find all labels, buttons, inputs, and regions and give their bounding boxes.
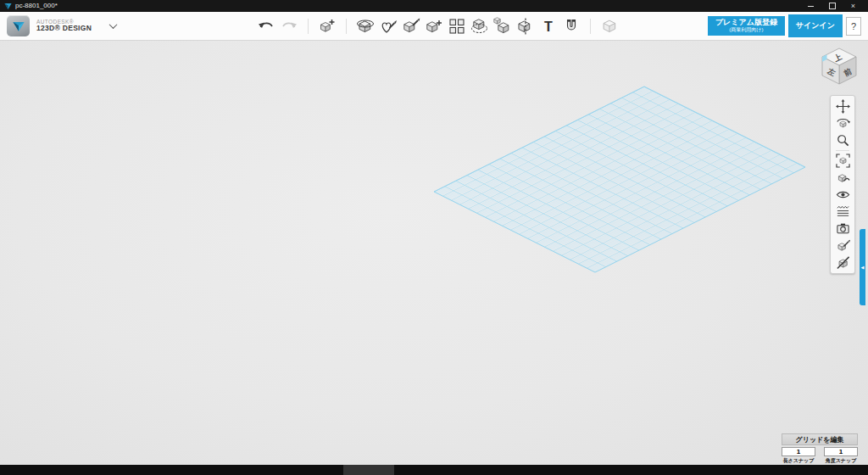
primitives-tool-button[interactable] — [355, 16, 376, 36]
signin-button[interactable]: サインイン — [788, 14, 843, 37]
visual-style-icon — [836, 238, 850, 253]
visual-style-button[interactable] — [833, 238, 852, 254]
grid-settings-panel: グリッドを編集 長さスナップ 角度スナップ — [782, 433, 858, 465]
close-icon: × — [851, 2, 855, 10]
material-icon — [600, 17, 619, 36]
nav-separator — [836, 150, 849, 151]
construct-icon — [402, 17, 420, 36]
undo-button[interactable] — [256, 16, 276, 36]
sketch-tool-button[interactable] — [378, 16, 398, 36]
ground-grid — [434, 87, 805, 272]
view-mode-icon — [836, 170, 850, 185]
material-browser-icon — [836, 204, 850, 219]
angle-snap-input[interactable] — [824, 447, 858, 456]
menubar: AUTODESK® 123D® DESIGN T プレミアム版登録 (商業利用向… — [0, 12, 868, 41]
account-area: プレミアム版登録 (商業利用向け) サインイン ? — [708, 14, 861, 37]
snap-icon — [562, 17, 581, 36]
view-cube[interactable]: 上 左 前 — [815, 43, 864, 94]
text-icon: T — [539, 17, 558, 36]
orbit-button[interactable] — [833, 115, 852, 131]
combine-icon — [493, 17, 512, 36]
length-snap-input[interactable] — [782, 447, 815, 456]
navigation-toolbar — [830, 95, 855, 274]
text-tool-button[interactable]: T — [538, 16, 559, 36]
window-title: pc-8801_000* — [15, 0, 58, 12]
combine-tool-button[interactable] — [492, 16, 513, 36]
group-tool-button[interactable] — [470, 16, 490, 36]
pattern-tool-button[interactable] — [447, 16, 467, 36]
premium-label: プレミアム版登録 — [715, 18, 777, 26]
pan-button[interactable] — [833, 98, 852, 115]
mirror-tool-button[interactable] — [515, 16, 536, 36]
angle-snap-label: 角度スナップ — [824, 457, 858, 465]
mirror-icon — [516, 17, 535, 36]
transform-icon — [318, 17, 337, 36]
redo-button[interactable] — [279, 16, 299, 36]
hide-selection-button[interactable] — [833, 254, 852, 271]
viewport-3d[interactable] — [0, 41, 868, 465]
modify-icon — [425, 17, 443, 36]
zoom-fit-button[interactable] — [833, 153, 852, 169]
pattern-icon — [448, 17, 466, 36]
minimize-icon — [808, 6, 814, 7]
toolbar-separator — [346, 19, 347, 34]
undo-icon — [257, 17, 275, 36]
visibility-button[interactable] — [833, 187, 852, 203]
app-icon — [4, 3, 12, 10]
zoom-button[interactable] — [833, 132, 852, 148]
help-button[interactable]: ? — [846, 17, 861, 36]
premium-sublabel: (商業利用向け) — [715, 27, 777, 33]
eye-icon — [836, 187, 850, 202]
bottom-strip-segment — [343, 465, 394, 475]
sketch-icon — [379, 17, 398, 36]
toolbar-separator — [590, 19, 591, 34]
redo-icon — [280, 17, 298, 36]
transform-tool-button[interactable] — [317, 16, 337, 36]
orbit-icon — [836, 116, 850, 131]
premium-register-button[interactable]: プレミアム版登録 (商業利用向け) — [708, 16, 785, 35]
material-tool-button[interactable] — [599, 16, 620, 36]
minimize-button[interactable] — [800, 0, 821, 12]
svg-text:T: T — [544, 19, 553, 33]
bottom-strip — [0, 465, 868, 475]
main-toolbar: T — [168, 16, 708, 36]
restore-button[interactable] — [821, 0, 843, 12]
hide-selection-icon — [836, 255, 850, 270]
material-browser-button[interactable] — [833, 204, 852, 220]
zoom-icon — [836, 133, 850, 148]
close-button[interactable]: × — [843, 0, 864, 12]
group-icon — [470, 17, 489, 36]
brand-product: 123D® DESIGN — [36, 25, 92, 33]
snap-tool-button[interactable] — [561, 16, 581, 36]
camera-icon — [836, 221, 850, 236]
zoom-fit-icon — [836, 154, 850, 168]
parts-drawer-handle[interactable]: ◀ — [860, 229, 865, 305]
viewport-area: 上 左 前 ◀ グリッドを編集 長さスナップ 角度スナップ — [0, 41, 868, 465]
drawer-arrow-icon: ◀ — [861, 265, 865, 270]
construct-tool-button[interactable] — [401, 16, 421, 36]
menu-chevron-icon[interactable] — [109, 20, 118, 29]
toolbar-separator — [308, 19, 309, 34]
edit-grid-button[interactable]: グリッドを編集 — [782, 433, 858, 445]
modify-tool-button[interactable] — [424, 16, 444, 36]
app-logo[interactable]: AUTODESK® 123D® DESIGN — [7, 15, 168, 36]
view-mode-button[interactable] — [833, 170, 852, 186]
screenshot-button[interactable] — [833, 221, 852, 237]
primitives-icon — [356, 17, 375, 36]
logo-badge-icon — [7, 15, 30, 36]
pan-icon — [836, 99, 850, 114]
titlebar: pc-8801_000* × — [0, 0, 868, 12]
restore-icon — [829, 3, 836, 9]
length-snap-label: 長さスナップ — [782, 457, 815, 465]
